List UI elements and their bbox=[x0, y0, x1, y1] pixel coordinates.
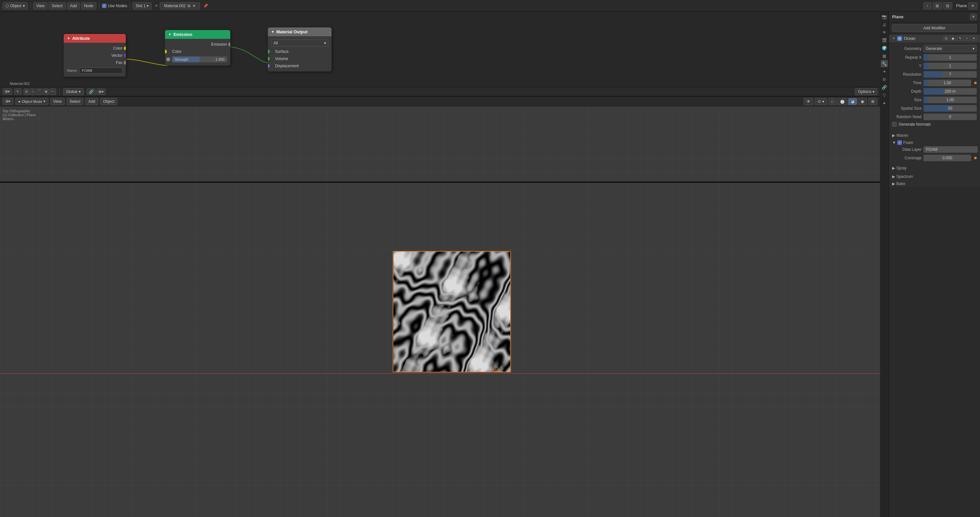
viewport-render-type[interactable]: ⊙ ▾ bbox=[815, 98, 827, 105]
snap-btn[interactable]: 🔗 bbox=[87, 89, 96, 95]
node-tool-group: ⊡ ○ ⌒ ⊞ 〰 bbox=[24, 89, 56, 95]
size-slider[interactable]: 1.00 bbox=[923, 97, 977, 103]
surface-socket[interactable] bbox=[268, 50, 270, 54]
viewport-object-btn[interactable]: Object bbox=[100, 98, 118, 105]
data-layer-label: Data Layer bbox=[892, 147, 921, 152]
resolution-slider[interactable]: 7 bbox=[923, 71, 977, 78]
tab-render[interactable]: 📷 bbox=[881, 13, 888, 20]
strength-slider[interactable]: Strength 1.000 bbox=[172, 57, 227, 62]
time-row: Time 1.00 bbox=[892, 79, 977, 86]
shading-solid-btn[interactable]: ⬤ bbox=[837, 98, 847, 105]
attribute-fac-socket[interactable] bbox=[124, 61, 126, 65]
options-btn[interactable]: Options ▾ bbox=[855, 88, 877, 95]
view-menu-btn[interactable]: View bbox=[33, 2, 48, 10]
ocean-modifier-header[interactable]: ▼ ≋ Ocean ⊡ ◉ ✎ ✓ ✕ bbox=[889, 34, 980, 43]
coverage-slider[interactable]: 0.000 bbox=[923, 155, 971, 161]
add-modifier-btn[interactable]: Add Modifier bbox=[892, 24, 977, 32]
viewport-select-btn[interactable]: Select bbox=[67, 98, 83, 105]
shading-wire-btn[interactable]: □ bbox=[829, 98, 837, 105]
render-btn[interactable]: ↑ bbox=[923, 2, 931, 10]
properties-expand-btn[interactable]: ✕ bbox=[970, 14, 977, 20]
random-seed-slider[interactable]: 0 bbox=[923, 114, 977, 120]
material-output-dropdown[interactable]: All ▾ bbox=[271, 40, 328, 47]
use-nodes-toggle[interactable]: ✓ Use Nodes bbox=[102, 3, 127, 8]
use-nodes-checkbox[interactable]: ✓ bbox=[102, 3, 107, 8]
ocean-realtime-btn[interactable]: ⊡ bbox=[943, 36, 949, 41]
pin-icon[interactable]: 📌 bbox=[203, 3, 208, 8]
material-output-node[interactable]: ▼ Material Output All ▾ bbox=[268, 27, 332, 71]
resize-handle[interactable] bbox=[0, 181, 880, 183]
global-space-btn[interactable]: Global ▾ bbox=[63, 88, 84, 95]
material-name-btn[interactable]: Material.002 ⧉ ✕ bbox=[160, 2, 200, 10]
viewport-mode-btn[interactable]: ● Object Mode ▾ bbox=[15, 98, 48, 105]
viewport-camera-btn[interactable]: 👁 bbox=[803, 98, 813, 105]
viewport-view-btn[interactable]: View bbox=[50, 98, 65, 105]
curve-btn[interactable]: 〰 bbox=[50, 89, 56, 95]
select-menu-btn[interactable]: Select bbox=[49, 2, 65, 10]
shading-material-btn[interactable]: ◕ bbox=[848, 98, 857, 105]
tab-modifier[interactable]: 🔧 bbox=[881, 60, 888, 67]
slot-selector[interactable]: Slot 1 ▾ bbox=[133, 2, 151, 10]
foam-enabled-checkbox[interactable]: ✓ bbox=[897, 140, 902, 145]
snap-tools: 🔗 ⊕▾ bbox=[87, 89, 105, 95]
bake-header[interactable]: ▶ Bake bbox=[892, 180, 977, 187]
geometry-select[interactable]: Generate ▾ bbox=[923, 45, 977, 52]
tab-physics[interactable]: ⚙ bbox=[881, 76, 888, 83]
emission-color-socket-in[interactable] bbox=[165, 50, 167, 54]
close-editor-btn[interactable]: ✕ bbox=[968, 2, 977, 10]
time-slider[interactable]: 1.00 bbox=[923, 79, 971, 86]
attribute-node[interactable]: ▼ Attribute Color Vector bbox=[64, 34, 126, 77]
tab-world[interactable]: 🌍 bbox=[881, 44, 888, 52]
waves-header[interactable]: ▶ Waves bbox=[892, 132, 977, 139]
tab-material[interactable]: ● bbox=[881, 99, 888, 106]
box-select-btn[interactable]: ⊡ bbox=[24, 89, 29, 95]
tab-data[interactable]: ▽ bbox=[881, 91, 888, 98]
extra-btn[interactable]: ⊞ bbox=[43, 89, 49, 95]
depth-slider[interactable]: 200 m bbox=[923, 88, 977, 95]
circle-select-btn[interactable]: ○ bbox=[30, 89, 35, 95]
tab-particles[interactable]: ✦ bbox=[881, 68, 888, 75]
lasso-select-btn[interactable]: ⌒ bbox=[36, 89, 43, 95]
node-menu-btn[interactable]: Node bbox=[81, 2, 96, 10]
tab-constraints[interactable]: 🔗 bbox=[881, 84, 888, 91]
emission-node[interactable]: ▼ Emission Emission Color bbox=[165, 30, 230, 66]
spectrum-header[interactable]: ▶ Spectrum bbox=[892, 173, 977, 180]
ocean-delete-btn[interactable]: ✕ bbox=[971, 36, 977, 41]
node-editor: ▼ Attribute Color Vector bbox=[0, 12, 880, 97]
repeat-y-slider[interactable]: 1 bbox=[923, 63, 977, 69]
viewport-editor-type[interactable]: ⊞▾ bbox=[3, 98, 13, 105]
emission-output-socket[interactable] bbox=[228, 43, 230, 46]
magnet-btn[interactable]: ⊕▾ bbox=[96, 89, 105, 95]
data-layer-input[interactable] bbox=[923, 146, 978, 153]
render-props-btn[interactable]: ⊞ bbox=[932, 2, 942, 10]
horizon-line bbox=[0, 373, 880, 374]
tab-output[interactable]: 🖨 bbox=[881, 21, 888, 28]
add-menu-btn[interactable]: Add bbox=[67, 2, 80, 10]
viewport-add-btn[interactable]: Add bbox=[85, 98, 98, 105]
tab-object[interactable]: ▦ bbox=[881, 52, 888, 59]
spatial-size-slider[interactable]: 50 bbox=[923, 105, 977, 112]
editor-type-btn[interactable]: ⬡ Object ▾ bbox=[3, 2, 28, 10]
attribute-name-input[interactable] bbox=[80, 68, 123, 73]
ocean-check-btn[interactable]: ✓ bbox=[964, 36, 970, 41]
volume-socket[interactable] bbox=[268, 57, 270, 61]
foam-header[interactable]: ▼ ✓ Foam bbox=[892, 139, 977, 146]
strength-value: 1.000 bbox=[215, 57, 224, 61]
spray-header[interactable]: ▶ Spray bbox=[892, 165, 977, 172]
spectrum-section: ▶ Spectrum bbox=[889, 173, 980, 180]
viewport-extra-btn[interactable]: ⊞ bbox=[868, 98, 877, 105]
ocean-edit-btn[interactable]: ✎ bbox=[957, 36, 963, 41]
repeat-x-slider[interactable]: 1 bbox=[923, 54, 977, 61]
node-select-btn[interactable]: ↖ bbox=[14, 89, 22, 95]
ocean-render-btn[interactable]: ◉ bbox=[950, 36, 956, 41]
strength-socket[interactable] bbox=[166, 57, 170, 61]
node-mode-btn[interactable]: ⊞▾ bbox=[3, 89, 12, 95]
displacement-socket[interactable] bbox=[268, 64, 270, 68]
attribute-color-socket[interactable] bbox=[124, 46, 126, 50]
generate-normals-checkbox[interactable] bbox=[892, 122, 897, 127]
tab-scene[interactable]: 🎬 bbox=[881, 36, 888, 44]
layout-btn[interactable]: ⊟ bbox=[943, 2, 952, 10]
shading-render-btn[interactable]: ◉ bbox=[858, 98, 867, 105]
attribute-vector-socket[interactable] bbox=[124, 54, 126, 57]
tab-view[interactable]: 👁 bbox=[881, 29, 888, 36]
